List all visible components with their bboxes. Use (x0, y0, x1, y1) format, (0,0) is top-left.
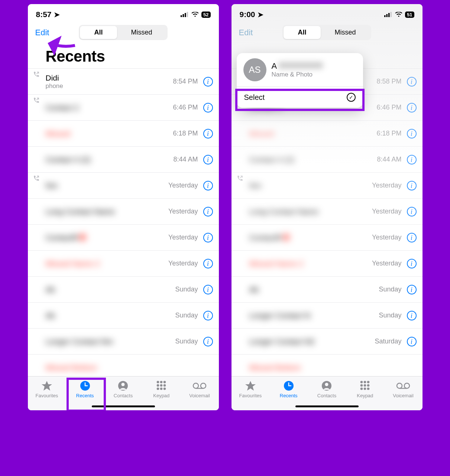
call-row[interactable]: Missed Name 2Yesterdayi (232, 251, 423, 277)
info-icon[interactable]: i (203, 181, 213, 190)
home-indicator[interactable] (295, 405, 359, 407)
call-time: 6:18 PM (173, 130, 198, 137)
call-row[interactable]: Missed6:18 PMi (232, 121, 423, 147)
edit-button[interactable]: Edit (35, 28, 49, 38)
call-row[interactable]: ContactRYesterdayi (232, 225, 423, 251)
segment-all[interactable]: All (284, 26, 320, 39)
info-icon[interactable]: i (203, 285, 213, 294)
recents-list[interactable]: 8:58 PMiContact 26:46 PMiMissed6:18 PMiC… (232, 69, 423, 376)
popup-select-button[interactable]: Select ✓ (237, 87, 363, 108)
call-row[interactable]: ContactRYesterdayi (28, 225, 219, 251)
status-bar: 9:00 ➤ 51 (232, 4, 423, 22)
info-icon[interactable]: i (407, 233, 417, 242)
call-row[interactable]: Missed Bottom (28, 355, 219, 376)
call-name: Ab (46, 285, 175, 294)
tab-favourites[interactable]: Favourites (30, 380, 64, 398)
segment-missed[interactable]: Missed (321, 26, 370, 39)
info-icon[interactable]: i (407, 129, 417, 138)
call-row[interactable]: Didiphone8:54 PMi (28, 69, 219, 95)
home-indicator[interactable] (92, 405, 155, 407)
call-row[interactable]: NmYesterdayi (232, 173, 423, 199)
info-icon[interactable]: i (407, 155, 417, 164)
segmented-control[interactable]: All Missed (79, 25, 167, 40)
call-time: 8:58 PM (376, 78, 401, 85)
tab-favourites[interactable]: Favourites (234, 380, 267, 398)
svg-point-26 (364, 381, 366, 384)
call-row[interactable]: Missed Name 2Yesterdayi (28, 251, 219, 277)
call-time: 8:44 AM (173, 156, 198, 163)
call-row[interactable]: NmYesterdayi (28, 173, 219, 199)
call-time: 8:44 AM (377, 156, 401, 163)
call-row[interactable]: Long Contact NameYesterdayi (28, 199, 219, 225)
call-row[interactable]: Longer Contact NSundayi (232, 303, 423, 329)
svg-point-8 (160, 381, 163, 384)
call-name: Didi (46, 74, 173, 82)
call-time: Yesterday (168, 234, 198, 241)
segmented-control[interactable]: All Missed (282, 25, 371, 40)
call-row[interactable]: Contact 4 (2)8:44 AMi (28, 147, 219, 173)
info-icon[interactable]: i (203, 311, 213, 320)
svg-point-31 (360, 388, 363, 390)
call-name: Missed Name 2 (46, 259, 169, 268)
info-icon[interactable]: i (407, 207, 417, 216)
tab-recents[interactable]: Recents (272, 380, 305, 398)
call-name: Longer Contact N2 (249, 337, 375, 346)
call-time: Sunday (175, 312, 198, 319)
info-icon[interactable]: i (203, 129, 213, 138)
call-row[interactable]: AbSundayi (232, 277, 423, 303)
info-icon[interactable]: i (203, 207, 213, 216)
segment-missed[interactable]: Missed (117, 26, 166, 39)
info-icon[interactable]: i (407, 259, 417, 268)
edit-popup: AS A Name & Photo Select ✓ (237, 53, 363, 108)
svg-point-30 (367, 384, 370, 387)
info-icon[interactable]: i (407, 181, 417, 190)
tab-recents[interactable]: Recents (68, 380, 102, 398)
svg-point-15 (164, 388, 166, 390)
phone-right: 9:00 ➤ 51 Edit All Missed AS A Name & Ph… (230, 3, 424, 411)
call-row[interactable]: Longer Contact NmSundayi (28, 329, 219, 355)
info-icon[interactable]: i (407, 311, 417, 320)
svg-rect-18 (384, 15, 386, 17)
info-icon[interactable]: i (203, 155, 213, 164)
info-icon[interactable]: i (407, 103, 417, 113)
call-time: Yesterday (372, 182, 401, 189)
tab-keypad[interactable]: Keypad (348, 380, 382, 398)
tab-contacts[interactable]: Contacts (310, 380, 343, 398)
call-row[interactable]: Longer Contact N2Saturdayi (232, 329, 423, 355)
info-icon[interactable]: i (203, 233, 213, 242)
tab-keypad[interactable]: Keypad (145, 380, 178, 398)
call-row[interactable]: Missed6:18 PMi (28, 121, 219, 147)
info-icon[interactable]: i (203, 337, 213, 346)
svg-point-35 (404, 383, 409, 388)
info-icon[interactable]: i (203, 259, 213, 268)
info-icon[interactable]: i (203, 103, 213, 113)
svg-rect-20 (388, 13, 390, 17)
info-icon[interactable]: i (203, 77, 213, 87)
tab-voicemail[interactable]: Voicemail (183, 380, 216, 398)
info-icon[interactable]: i (407, 77, 417, 87)
info-icon[interactable]: i (407, 285, 417, 294)
segment-all[interactable]: All (80, 26, 117, 39)
call-row[interactable]: Contact 4 (2)8:44 AMi (232, 147, 423, 173)
call-name: Missed Bottom (46, 363, 213, 372)
edit-button[interactable]: Edit (239, 28, 253, 38)
call-sub: phone (46, 82, 173, 90)
svg-point-25 (360, 381, 363, 384)
call-row[interactable]: Contact 26:46 PMi (28, 95, 219, 121)
svg-point-13 (157, 388, 159, 390)
svg-rect-0 (181, 15, 182, 17)
call-row[interactable]: AbSundayi (28, 303, 219, 329)
popup-contact-row[interactable]: AS A Name & Photo (237, 53, 363, 87)
outgoing-call-icon (33, 97, 40, 105)
call-row[interactable]: AbSundayi (28, 277, 219, 303)
battery-icon: 52 (201, 12, 210, 18)
info-icon[interactable]: i (407, 337, 417, 346)
recents-list[interactable]: Didiphone8:54 PMiContact 26:46 PMiMissed… (28, 69, 219, 376)
svg-rect-19 (386, 14, 388, 17)
nav-top: Edit All Missed (232, 22, 423, 44)
call-row[interactable]: Missed Bottom (232, 355, 423, 376)
tab-voicemail[interactable]: Voicemail (386, 380, 420, 398)
svg-point-33 (367, 388, 370, 390)
tab-contacts[interactable]: Contacts (106, 380, 140, 398)
call-row[interactable]: Long Contact NameYesterdayi (232, 199, 423, 225)
